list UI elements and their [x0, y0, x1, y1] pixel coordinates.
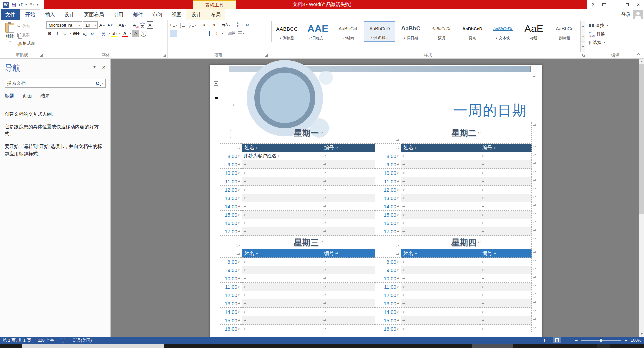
- time-cell[interactable]: 14:00↵: [220, 308, 242, 316]
- number-cell[interactable]: ↵↵: [480, 266, 532, 274]
- font-size-combo[interactable]: 10 ▾: [83, 21, 98, 29]
- name-cell[interactable]: ↵: [242, 258, 322, 266]
- paragraph-dialog-launcher[interactable]: [265, 54, 268, 57]
- day-header-cell[interactable]: 星期二↵↵: [401, 122, 532, 144]
- ribbon-display-options-button[interactable]: [598, 0, 610, 9]
- distribute-button[interactable]: [203, 30, 211, 37]
- style-item-strong[interactable]: AaBbCcD要点: [457, 21, 488, 42]
- find-button[interactable]: 查找 ▾: [589, 22, 642, 29]
- clear-formatting-button[interactable]: A: [131, 21, 138, 29]
- search-icon[interactable]: [96, 82, 99, 85]
- name-cell[interactable]: ↵: [242, 291, 322, 299]
- tab-file[interactable]: 文件: [1, 9, 20, 20]
- number-cell[interactable]: ↵: [322, 291, 375, 299]
- number-cell[interactable]: ↵: [322, 283, 375, 291]
- taskbar-app-button[interactable]: [22, 344, 164, 348]
- time-cell[interactable]: 16:00↵: [220, 219, 242, 227]
- scroll-down-arrow[interactable]: [639, 331, 644, 337]
- name-cell[interactable]: ↵: [242, 308, 322, 316]
- styles-scroll-up[interactable]: ▲: [581, 21, 585, 31]
- name-cell[interactable]: ↵: [401, 169, 480, 177]
- number-cell[interactable]: ↵↵: [480, 308, 532, 316]
- line-spacing-button[interactable]: ↕▾: [215, 30, 224, 37]
- table-cell[interactable]: ↓↓: [220, 122, 242, 144]
- italic-button[interactable]: I: [54, 30, 61, 37]
- time-cell[interactable]: 15:00↵: [220, 211, 242, 219]
- time-cell[interactable]: 17:00↵: [375, 227, 401, 236]
- number-cell[interactable]: ↵↵: [480, 177, 532, 186]
- tab-页面布局[interactable]: 页面布局: [79, 9, 109, 20]
- time-cell[interactable]: 8:00↵: [375, 152, 401, 160]
- time-cell[interactable]: 8:00↵: [220, 258, 242, 266]
- time-cell[interactable]: 16:00↵: [375, 219, 401, 227]
- font-name-combo[interactable]: Microsoft Ya ▾: [46, 21, 82, 29]
- name-cell[interactable]: ↵: [401, 177, 480, 186]
- tab-插入[interactable]: 插入: [40, 9, 60, 20]
- align-left-button[interactable]: [170, 30, 177, 37]
- strikethrough-button[interactable]: abc: [72, 30, 80, 37]
- time-cell[interactable]: 12:00↵: [220, 291, 242, 299]
- number-cell[interactable]: ↵: [322, 194, 375, 202]
- style-item-name[interactable]: AaBbCcD↵姓名和...: [364, 21, 395, 42]
- column-header-cell[interactable]: 姓名↵: [401, 249, 480, 258]
- number-cell[interactable]: ↵↵: [480, 258, 532, 266]
- time-cell[interactable]: 11:00↵: [375, 177, 401, 186]
- shading-button[interactable]: ▾: [228, 30, 236, 37]
- name-cell[interactable]: ↵: [242, 186, 322, 194]
- undo-dropdown-caret[interactable]: ▾: [26, 3, 27, 6]
- contextual-tab-设计[interactable]: 设计: [186, 9, 206, 20]
- name-cell[interactable]: ↵: [242, 169, 322, 177]
- title-row[interactable]: ↵ 一周的日期 ↵: [220, 73, 531, 122]
- day-header-cell[interactable]: 星期一↵: [242, 122, 375, 144]
- time-cell[interactable]: 11:00↵: [220, 177, 242, 186]
- number-cell[interactable]: ↵↵: [480, 152, 532, 160]
- zoom-out-button[interactable]: −: [575, 338, 578, 343]
- number-cell[interactable]: ↵: [322, 160, 375, 169]
- font-color-caret[interactable]: ▾: [130, 32, 131, 35]
- time-cell[interactable]: 13:00↵: [220, 299, 242, 308]
- name-cell[interactable]: ↵: [401, 316, 480, 325]
- web-layout-view-icon[interactable]: [564, 337, 572, 343]
- name-cell[interactable]: ↵: [242, 211, 322, 219]
- navpane-options-caret[interactable]: ▼: [92, 65, 96, 70]
- tab-审阅[interactable]: 审阅: [148, 9, 167, 20]
- language-indicator[interactable]: 英语(美国): [72, 338, 92, 343]
- multilevel-list-button[interactable]: 1ai▾: [189, 21, 197, 29]
- name-cell[interactable]: ↵: [401, 160, 480, 169]
- number-cell[interactable]: ↵↵: [480, 299, 532, 308]
- underline-button[interactable]: U: [62, 30, 68, 37]
- page-info[interactable]: 第 1 页, 共 1 页: [3, 338, 31, 343]
- time-cell[interactable]: 15:00↵: [375, 211, 401, 219]
- column-header-cell[interactable]: 姓名↵: [401, 144, 480, 152]
- navpane-tab-标题[interactable]: 标题: [5, 93, 18, 99]
- time-cell[interactable]: 10:00↵: [220, 169, 242, 177]
- number-cell[interactable]: ↵↵: [480, 169, 532, 177]
- bullets-button[interactable]: •••▾: [170, 21, 178, 29]
- select-button[interactable]: 选择 ▾: [589, 39, 642, 46]
- borders-button[interactable]: ▾: [237, 30, 245, 37]
- vertical-scrollbar[interactable]: [639, 59, 644, 337]
- number-cell[interactable]: ↵↵: [480, 291, 532, 299]
- time-cell[interactable]: 12:00↵: [375, 186, 401, 194]
- number-cell[interactable]: ↵: [322, 186, 375, 194]
- number-cell[interactable]: ↵↵: [480, 274, 532, 283]
- decrease-indent-button[interactable]: ⇤: [201, 21, 209, 29]
- number-cell[interactable]: ↵: [322, 211, 375, 219]
- time-cell[interactable]: 13:00↵: [375, 194, 401, 202]
- day-header-cell[interactable]: 星期四↵↵: [401, 236, 532, 249]
- name-cell[interactable]: ↵: [242, 283, 322, 291]
- number-cell[interactable]: ↵↵: [480, 202, 532, 211]
- name-cell[interactable]: ↵: [242, 202, 322, 211]
- close-button[interactable]: ✕: [633, 0, 644, 9]
- numbering-button[interactable]: 123▾: [179, 21, 187, 29]
- superscript-button[interactable]: x²: [89, 30, 96, 37]
- asian-layout-button[interactable]: ⇆A▾: [221, 21, 231, 29]
- contextual-tab-布局[interactable]: 布局: [206, 9, 225, 20]
- enclose-characters-button[interactable]: 字: [140, 30, 147, 37]
- underline-caret[interactable]: ▾: [70, 32, 71, 35]
- name-cell[interactable]: ↵: [242, 325, 322, 333]
- name-cell[interactable]: ↵: [242, 227, 322, 236]
- style-item-colhead[interactable]: AABBCC↵列标题: [272, 21, 303, 42]
- number-cell[interactable]: ↵↵: [480, 186, 532, 194]
- number-cell[interactable]: ↵: [322, 266, 375, 274]
